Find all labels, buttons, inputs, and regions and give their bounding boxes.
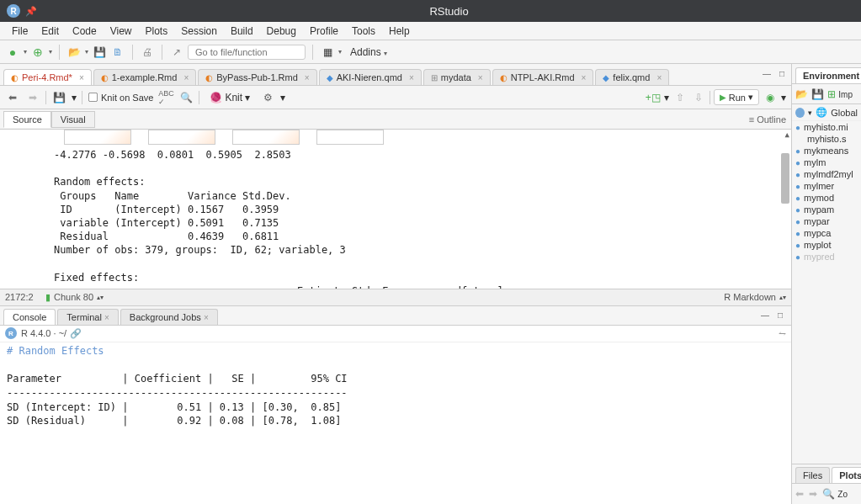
editor-content[interactable]: -4.2776 -0.5698 0.0801 0.5905 2.8503 Ran… (0, 148, 791, 289)
nav-up-icon[interactable]: ⇧ (672, 90, 688, 105)
back-icon[interactable]: ⬅ (5, 90, 20, 105)
env-item[interactable]: myhisto.s (792, 133, 861, 145)
source-mode-button[interactable]: Source (3, 111, 51, 128)
minimize-pane-icon[interactable]: — (761, 67, 773, 79)
chunk-nav[interactable]: ▮ Chunk 80 ▴▾ (45, 292, 104, 303)
plot-thumbnail[interactable] (148, 130, 215, 145)
new-file-icon[interactable]: ● (5, 45, 20, 60)
load-workspace-icon[interactable]: 📂 (795, 88, 808, 100)
nav-down-icon[interactable]: ⇩ (691, 90, 706, 105)
cursor-position[interactable]: 2172:2 (5, 292, 45, 302)
knit-button[interactable]: 🧶Knit ▾ (205, 90, 255, 105)
import-dataset-icon[interactable]: ⊞ Imp (827, 88, 853, 100)
spellcheck-icon[interactable]: ABC✓ (158, 90, 173, 105)
knit-on-save-checkbox[interactable]: Knit on Save (88, 92, 153, 103)
scrollbar-thumb[interactable] (781, 153, 789, 204)
file-tab[interactable]: 1-example.Rmd× (93, 69, 196, 85)
forward-icon[interactable]: ➡ (25, 90, 40, 105)
environment-tabstrip: Environment (792, 64, 861, 84)
run-button[interactable]: ▶Run ▾ (714, 89, 759, 105)
file-tab[interactable]: AKI-Nieren.qmd× (319, 69, 422, 85)
close-tab-icon[interactable]: × (409, 73, 414, 82)
source-statusbar: 2172:2 ▮ Chunk 80 ▴▾ R Markdown ▴▾ (0, 289, 791, 305)
goto-file-input[interactable] (188, 45, 306, 60)
menu-code[interactable]: Code (66, 25, 104, 37)
env-item[interactable]: ●mylmer (792, 180, 861, 192)
qmd-icon (603, 72, 609, 82)
print-icon[interactable]: 🖨 (140, 45, 155, 60)
env-item[interactable]: ●mymod (792, 192, 861, 204)
tab-background-jobs[interactable]: Background Jobs × (120, 309, 218, 325)
save-icon[interactable]: 💾 (92, 45, 107, 60)
new-project-icon[interactable]: ⊕ (30, 45, 45, 60)
menu-help[interactable]: Help (382, 25, 417, 37)
env-item[interactable]: ●mykmeans (792, 145, 861, 157)
plot-thumbnail[interactable] (64, 130, 131, 145)
file-tab[interactable]: ByPass-Pub-1.Rmd× (198, 69, 316, 85)
insert-chunk-icon[interactable]: +◳ (646, 90, 661, 105)
plot-forward-icon[interactable]: ➡ (809, 488, 817, 500)
save-source-icon[interactable]: 💾 (51, 90, 66, 105)
file-tab[interactable]: mydata× (423, 69, 491, 85)
save-workspace-icon[interactable]: 💾 (811, 88, 824, 100)
editor-scrollbar[interactable]: ▲ (779, 130, 789, 289)
save-all-icon[interactable]: 🗎 (110, 45, 125, 60)
console-output[interactable]: # Random Effects Parameter | Coefficient… (0, 342, 791, 505)
close-tab-icon[interactable]: × (79, 73, 84, 82)
maximize-pane-icon[interactable]: □ (776, 67, 788, 79)
env-item[interactable]: ●mylm (792, 157, 861, 168)
visual-mode-button[interactable]: Visual (51, 111, 95, 128)
env-item[interactable]: ●myhisto.mi (792, 121, 861, 133)
editor[interactable]: -4.2776 -0.5698 0.0801 0.5905 2.8503 Ran… (0, 130, 791, 289)
zoom-icon[interactable]: 🔍 Zo (822, 488, 848, 500)
find-icon[interactable]: 🔍 (178, 90, 194, 105)
env-item[interactable]: ●mypam (792, 204, 861, 215)
file-tab[interactable]: Peri-4.Rmd*× (3, 69, 92, 85)
tab-console[interactable]: Console (3, 309, 56, 325)
tab-plots[interactable]: Plots (832, 467, 861, 483)
menu-debug[interactable]: Debug (260, 25, 303, 37)
pin-icon[interactable]: 📌 (25, 6, 37, 17)
scroll-up-icon[interactable]: ▲ (785, 130, 789, 140)
tab-environment[interactable]: Environment (795, 67, 861, 83)
env-item[interactable]: ●myplot (792, 239, 861, 251)
env-item[interactable]: ●mypca (792, 227, 861, 239)
close-tab-icon[interactable]: × (582, 73, 587, 82)
env-item[interactable]: ●mypar (792, 215, 861, 227)
environment-scope[interactable]: ▾ 🌐 Global (792, 104, 861, 121)
menu-session[interactable]: Session (174, 25, 224, 37)
console-clear-icon[interactable]: ⥊ (779, 328, 786, 339)
plot-back-icon[interactable]: ⬅ (795, 488, 804, 500)
close-tab-icon[interactable]: × (478, 73, 483, 82)
outline-button[interactable]: ≡ Outline (749, 114, 786, 125)
object-name: myplot (804, 240, 831, 250)
env-item[interactable]: ●mypred (792, 251, 861, 263)
env-item[interactable]: ●mylmdf2myl (792, 168, 861, 180)
source-tabstrip: Peri-4.Rmd*×1-example.Rmd×ByPass-Pub-1.R… (0, 64, 791, 86)
menu-tools[interactable]: Tools (345, 25, 382, 37)
menu-edit[interactable]: Edit (35, 25, 66, 37)
menu-view[interactable]: View (104, 25, 139, 37)
file-type-selector[interactable]: R Markdown ▴▾ (724, 292, 786, 302)
publish-icon[interactable]: ◉ (763, 90, 778, 105)
close-tab-icon[interactable]: × (183, 73, 189, 82)
menu-file[interactable]: File (5, 25, 35, 37)
file-tab[interactable]: NTPL-AKI.Rmd× (492, 69, 594, 85)
file-tab[interactable]: felix.qmd× (595, 69, 669, 85)
console-link-icon[interactable]: 🔗 (70, 328, 82, 339)
grid-icon[interactable]: ▦ (320, 45, 335, 60)
menu-build[interactable]: Build (224, 25, 260, 37)
addins-menu[interactable]: Addins ▾ (345, 45, 392, 60)
plot-thumbnail[interactable] (316, 130, 384, 145)
menu-plots[interactable]: Plots (139, 25, 175, 37)
tab-terminal[interactable]: Terminal × (57, 309, 118, 325)
maximize-console-icon[interactable]: □ (774, 310, 786, 321)
minimize-console-icon[interactable]: — (759, 310, 771, 321)
open-icon[interactable]: 📂 (66, 45, 82, 60)
plot-thumbnail[interactable] (232, 130, 300, 145)
close-tab-icon[interactable]: × (656, 73, 662, 82)
close-tab-icon[interactable]: × (305, 73, 310, 82)
menu-profile[interactable]: Profile (303, 25, 345, 37)
tab-files[interactable]: Files (795, 467, 830, 483)
settings-icon[interactable]: ⚙ (260, 90, 275, 105)
